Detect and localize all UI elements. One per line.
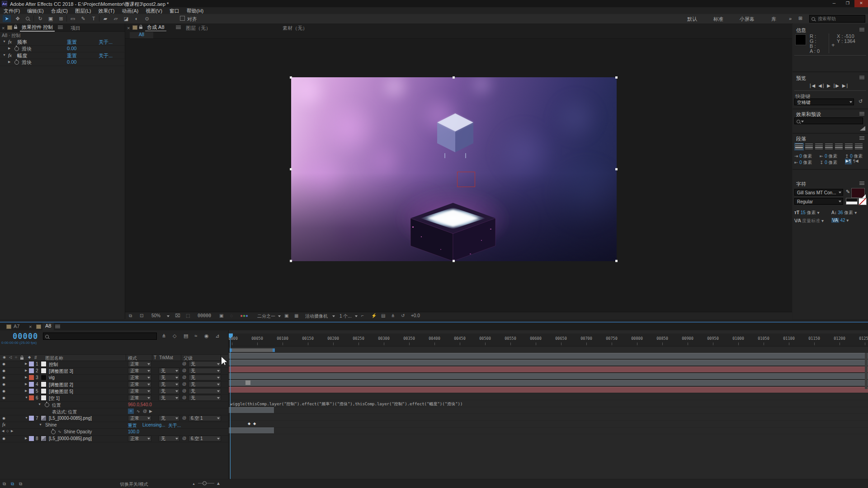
param-value[interactable]: 0.00	[67, 46, 76, 51]
stopwatch-icon[interactable]	[51, 430, 56, 434]
selection-tool-icon[interactable]: ➤	[3, 15, 11, 22]
layer-name[interactable]: 控制	[49, 361, 58, 368]
brush-tool-icon[interactable]: ▰	[101, 15, 109, 22]
justify-last-center-button[interactable]	[835, 144, 843, 150]
expander-icon[interactable]: ▼	[25, 416, 28, 419]
panel-close-icon[interactable]: ×	[2, 25, 5, 31]
camera-chevron[interactable]	[332, 315, 335, 317]
transparency-grid-icon[interactable]: ▦	[294, 313, 298, 318]
timeline-row-layer[interactable]: ◉▼7[L5_[0000-0085].png]正常无@6.空 1	[0, 415, 228, 422]
indent-first-field[interactable]: ↧ 0 像素	[820, 160, 838, 166]
track-row[interactable]	[229, 359, 868, 366]
trkmat-column[interactable]: TrkMat	[159, 355, 173, 360]
workspace-standard[interactable]: 标准	[713, 16, 723, 23]
eye-icon[interactable]: ◉	[2, 382, 5, 386]
panel-close-icon[interactable]: ×	[127, 25, 130, 31]
next-frame-button[interactable]: |▶	[834, 83, 840, 88]
track-row[interactable]	[229, 352, 868, 360]
eye-icon[interactable]: ◉	[2, 362, 5, 366]
frame-blending-icon[interactable]: ≈	[194, 333, 197, 338]
work-area-bar[interactable]	[230, 348, 275, 352]
effect-about-link[interactable]: 关于...	[168, 422, 181, 429]
main-monitor-icon[interactable]: ⊡	[140, 313, 143, 318]
parent-pickwhip-icon[interactable]: @	[182, 436, 186, 441]
exposure-value[interactable]: +0.0	[411, 313, 420, 318]
panel-menu-icon[interactable]	[58, 26, 63, 29]
eye-icon[interactable]: ◉	[2, 436, 5, 441]
stopwatch-icon[interactable]	[45, 403, 49, 407]
current-timecode[interactable]: 00000	[13, 332, 38, 341]
eye-icon[interactable]: ◉	[2, 396, 5, 400]
layer-handle[interactable]	[615, 260, 618, 262]
expander-icon[interactable]: ▶	[25, 389, 27, 393]
parent-select[interactable]: 无	[189, 388, 221, 394]
space-before-field[interactable]: ⇤ 0 像素	[820, 153, 838, 160]
mini-flowchart-icon[interactable]: ⋔	[162, 333, 166, 339]
time-ruler[interactable]: 0000000050001000015000200002500030000350…	[229, 333, 868, 347]
label-color-chip[interactable]	[29, 382, 34, 387]
hand-tool-icon[interactable]: ✥	[14, 15, 22, 22]
font-size-field[interactable]: тT 15 像素 ▾	[794, 210, 820, 216]
expander-icon[interactable]: ▶	[25, 369, 27, 372]
effects-presets-search[interactable]	[794, 117, 863, 124]
parent-pickwhip-icon[interactable]: @	[182, 416, 186, 420]
eraser-tool-icon[interactable]: ◪	[122, 15, 130, 22]
timeline-vertical-scrollbar[interactable]	[865, 353, 868, 389]
timeline-tab-a7[interactable]: A7	[14, 324, 19, 329]
help-search-box[interactable]	[809, 15, 865, 23]
view-layout-chevron[interactable]	[355, 315, 358, 317]
parent-select[interactable]: 无	[189, 375, 221, 380]
effect-reset-link[interactable]: 重置	[67, 39, 77, 46]
pen-tool-icon[interactable]: ✎	[79, 15, 87, 22]
show-channels-icon[interactable]: ●●●	[240, 313, 248, 318]
parent-pickwhip-icon[interactable]: @	[182, 389, 186, 393]
track-row[interactable]	[229, 386, 868, 394]
tab-close-icon[interactable]: ×	[29, 324, 32, 329]
layer-duration-bar[interactable]	[229, 353, 868, 359]
layer-handle[interactable]	[290, 168, 292, 170]
toggle-switches-modes-button[interactable]: 切换开关/模式	[120, 481, 148, 488]
fast-previews-icon[interactable]: ⚡	[371, 313, 377, 318]
hide-shy-layers-icon[interactable]: ▤	[184, 333, 188, 339]
minimize-button[interactable]: ─	[827, 0, 841, 7]
timeline-row-layer[interactable]: ◉▼6[空 1]正常无@无	[0, 394, 228, 402]
expander-icon[interactable]: ▼	[39, 423, 42, 426]
preview-panel-menu-icon[interactable]	[859, 76, 864, 79]
layer-name[interactable]: [L5_[0000-0085].png]	[49, 436, 92, 441]
layer-duration-bar[interactable]	[229, 373, 868, 379]
trkmat-select[interactable]: 无	[159, 375, 179, 380]
mask-visibility-icon[interactable]: ⬚	[186, 313, 190, 318]
track-row[interactable]	[229, 393, 868, 400]
view-layout-value[interactable]: 1 个...	[340, 313, 352, 319]
statusbar-timecode[interactable]: 00000	[198, 313, 211, 318]
region-of-interest-icon[interactable]: ▣	[284, 313, 288, 318]
label-color-chip[interactable]	[29, 375, 34, 380]
timeline-row-layer[interactable]: ◉▶1控制正常@无	[0, 361, 228, 368]
timeline-row-param[interactable]: ◀◇▶∿Shine Opacity100.0	[0, 428, 228, 436]
workspace-overflow-chevron[interactable]: »	[789, 16, 792, 21]
parent-select[interactable]: 无	[189, 395, 221, 401]
indent-left-field[interactable]: ⇥ 0 像素	[794, 153, 812, 160]
effect-name[interactable]: Shine	[45, 422, 57, 427]
timeline-button-icon[interactable]: ▤	[381, 313, 385, 318]
expression-lang-menu-icon[interactable]: ▶	[149, 409, 152, 413]
safe-margins-icon[interactable]: ⌧	[175, 313, 180, 318]
prev-frame-button[interactable]: ◀|	[818, 83, 825, 88]
font-family-select[interactable]: Gill Sans MT Con...	[794, 189, 843, 196]
rotation-tool-icon[interactable]: ↻	[36, 15, 44, 22]
layer-name[interactable]: [调整图层 5]	[49, 389, 73, 395]
layer-duration-bar[interactable]	[229, 360, 868, 366]
label-color-chip[interactable]	[29, 436, 34, 441]
layer-handle[interactable]	[615, 168, 618, 170]
roto-brush-tool-icon[interactable]: ◐	[132, 15, 141, 22]
camera-tool-icon[interactable]: ▣	[47, 15, 55, 22]
parent-pickwhip-icon[interactable]: @	[182, 368, 186, 373]
stopwatch-icon[interactable]	[14, 60, 19, 65]
zoom-in-mountain-icon[interactable]: ▲	[216, 481, 221, 486]
effect-about-link[interactable]: 关于...	[99, 52, 113, 59]
text-tool-icon[interactable]: T	[90, 15, 98, 22]
maximize-button[interactable]: ❐	[841, 0, 854, 7]
expander-icon[interactable]: ▼	[25, 396, 28, 399]
justify-last-right-button[interactable]	[845, 144, 853, 150]
stopwatch-icon[interactable]	[14, 47, 19, 51]
